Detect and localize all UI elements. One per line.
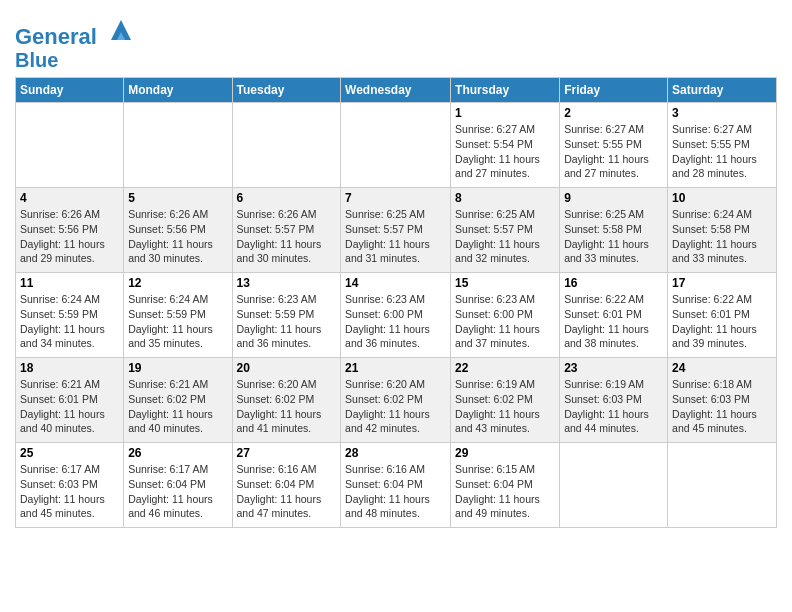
day-cell: 15Sunrise: 6:23 AM Sunset: 6:00 PM Dayli… — [451, 273, 560, 358]
day-info: Sunrise: 6:25 AM Sunset: 5:58 PM Dayligh… — [564, 207, 663, 266]
header-cell-thursday: Thursday — [451, 78, 560, 103]
day-number: 14 — [345, 276, 446, 290]
day-info: Sunrise: 6:20 AM Sunset: 6:02 PM Dayligh… — [237, 377, 337, 436]
day-info: Sunrise: 6:26 AM Sunset: 5:56 PM Dayligh… — [20, 207, 119, 266]
logo-icon — [107, 16, 135, 44]
day-number: 23 — [564, 361, 663, 375]
day-number: 21 — [345, 361, 446, 375]
day-number: 20 — [237, 361, 337, 375]
day-cell: 16Sunrise: 6:22 AM Sunset: 6:01 PM Dayli… — [560, 273, 668, 358]
day-number: 2 — [564, 106, 663, 120]
day-cell: 20Sunrise: 6:20 AM Sunset: 6:02 PM Dayli… — [232, 358, 341, 443]
day-cell: 7Sunrise: 6:25 AM Sunset: 5:57 PM Daylig… — [341, 188, 451, 273]
day-number: 16 — [564, 276, 663, 290]
header-cell-monday: Monday — [124, 78, 232, 103]
day-number: 19 — [128, 361, 227, 375]
day-info: Sunrise: 6:23 AM Sunset: 5:59 PM Dayligh… — [237, 292, 337, 351]
header-row: SundayMondayTuesdayWednesdayThursdayFrid… — [16, 78, 777, 103]
day-cell: 19Sunrise: 6:21 AM Sunset: 6:02 PM Dayli… — [124, 358, 232, 443]
day-cell: 11Sunrise: 6:24 AM Sunset: 5:59 PM Dayli… — [16, 273, 124, 358]
day-number: 15 — [455, 276, 555, 290]
day-number: 12 — [128, 276, 227, 290]
day-cell: 24Sunrise: 6:18 AM Sunset: 6:03 PM Dayli… — [668, 358, 777, 443]
day-info: Sunrise: 6:24 AM Sunset: 5:59 PM Dayligh… — [20, 292, 119, 351]
day-info: Sunrise: 6:22 AM Sunset: 6:01 PM Dayligh… — [564, 292, 663, 351]
day-cell: 23Sunrise: 6:19 AM Sunset: 6:03 PM Dayli… — [560, 358, 668, 443]
day-cell — [16, 103, 124, 188]
header-cell-friday: Friday — [560, 78, 668, 103]
day-cell: 25Sunrise: 6:17 AM Sunset: 6:03 PM Dayli… — [16, 443, 124, 528]
day-info: Sunrise: 6:27 AM Sunset: 5:54 PM Dayligh… — [455, 122, 555, 181]
week-row-1: 1Sunrise: 6:27 AM Sunset: 5:54 PM Daylig… — [16, 103, 777, 188]
day-info: Sunrise: 6:26 AM Sunset: 5:57 PM Dayligh… — [237, 207, 337, 266]
day-info: Sunrise: 6:22 AM Sunset: 6:01 PM Dayligh… — [672, 292, 772, 351]
day-number: 17 — [672, 276, 772, 290]
day-cell — [341, 103, 451, 188]
day-number: 22 — [455, 361, 555, 375]
week-row-2: 4Sunrise: 6:26 AM Sunset: 5:56 PM Daylig… — [16, 188, 777, 273]
day-number: 24 — [672, 361, 772, 375]
day-cell: 18Sunrise: 6:21 AM Sunset: 6:01 PM Dayli… — [16, 358, 124, 443]
day-info: Sunrise: 6:27 AM Sunset: 5:55 PM Dayligh… — [564, 122, 663, 181]
day-info: Sunrise: 6:16 AM Sunset: 6:04 PM Dayligh… — [345, 462, 446, 521]
day-cell — [560, 443, 668, 528]
day-info: Sunrise: 6:20 AM Sunset: 6:02 PM Dayligh… — [345, 377, 446, 436]
day-number: 9 — [564, 191, 663, 205]
logo-blue: Blue — [15, 49, 135, 71]
day-info: Sunrise: 6:24 AM Sunset: 5:59 PM Dayligh… — [128, 292, 227, 351]
header-cell-tuesday: Tuesday — [232, 78, 341, 103]
day-info: Sunrise: 6:16 AM Sunset: 6:04 PM Dayligh… — [237, 462, 337, 521]
week-row-4: 18Sunrise: 6:21 AM Sunset: 6:01 PM Dayli… — [16, 358, 777, 443]
day-cell: 26Sunrise: 6:17 AM Sunset: 6:04 PM Dayli… — [124, 443, 232, 528]
day-info: Sunrise: 6:25 AM Sunset: 5:57 PM Dayligh… — [345, 207, 446, 266]
day-info: Sunrise: 6:18 AM Sunset: 6:03 PM Dayligh… — [672, 377, 772, 436]
day-cell: 21Sunrise: 6:20 AM Sunset: 6:02 PM Dayli… — [341, 358, 451, 443]
day-number: 28 — [345, 446, 446, 460]
day-cell: 2Sunrise: 6:27 AM Sunset: 5:55 PM Daylig… — [560, 103, 668, 188]
day-cell: 3Sunrise: 6:27 AM Sunset: 5:55 PM Daylig… — [668, 103, 777, 188]
day-cell: 12Sunrise: 6:24 AM Sunset: 5:59 PM Dayli… — [124, 273, 232, 358]
day-number: 8 — [455, 191, 555, 205]
header: General Blue — [15, 10, 777, 71]
day-number: 5 — [128, 191, 227, 205]
day-number: 1 — [455, 106, 555, 120]
header-cell-wednesday: Wednesday — [341, 78, 451, 103]
day-cell: 29Sunrise: 6:15 AM Sunset: 6:04 PM Dayli… — [451, 443, 560, 528]
day-cell: 8Sunrise: 6:25 AM Sunset: 5:57 PM Daylig… — [451, 188, 560, 273]
day-number: 25 — [20, 446, 119, 460]
day-number: 26 — [128, 446, 227, 460]
day-number: 29 — [455, 446, 555, 460]
day-cell: 14Sunrise: 6:23 AM Sunset: 6:00 PM Dayli… — [341, 273, 451, 358]
week-row-5: 25Sunrise: 6:17 AM Sunset: 6:03 PM Dayli… — [16, 443, 777, 528]
day-number: 3 — [672, 106, 772, 120]
day-info: Sunrise: 6:27 AM Sunset: 5:55 PM Dayligh… — [672, 122, 772, 181]
day-cell: 28Sunrise: 6:16 AM Sunset: 6:04 PM Dayli… — [341, 443, 451, 528]
day-number: 27 — [237, 446, 337, 460]
day-cell — [124, 103, 232, 188]
day-info: Sunrise: 6:23 AM Sunset: 6:00 PM Dayligh… — [345, 292, 446, 351]
day-cell: 9Sunrise: 6:25 AM Sunset: 5:58 PM Daylig… — [560, 188, 668, 273]
day-number: 6 — [237, 191, 337, 205]
day-info: Sunrise: 6:15 AM Sunset: 6:04 PM Dayligh… — [455, 462, 555, 521]
logo-text: General — [15, 16, 135, 49]
calendar-table: SundayMondayTuesdayWednesdayThursdayFrid… — [15, 77, 777, 528]
day-cell: 1Sunrise: 6:27 AM Sunset: 5:54 PM Daylig… — [451, 103, 560, 188]
day-cell — [232, 103, 341, 188]
day-info: Sunrise: 6:23 AM Sunset: 6:00 PM Dayligh… — [455, 292, 555, 351]
day-cell: 6Sunrise: 6:26 AM Sunset: 5:57 PM Daylig… — [232, 188, 341, 273]
day-number: 4 — [20, 191, 119, 205]
day-cell: 17Sunrise: 6:22 AM Sunset: 6:01 PM Dayli… — [668, 273, 777, 358]
day-info: Sunrise: 6:25 AM Sunset: 5:57 PM Dayligh… — [455, 207, 555, 266]
day-info: Sunrise: 6:21 AM Sunset: 6:02 PM Dayligh… — [128, 377, 227, 436]
day-info: Sunrise: 6:19 AM Sunset: 6:02 PM Dayligh… — [455, 377, 555, 436]
day-cell — [668, 443, 777, 528]
day-info: Sunrise: 6:21 AM Sunset: 6:01 PM Dayligh… — [20, 377, 119, 436]
day-number: 7 — [345, 191, 446, 205]
day-number: 13 — [237, 276, 337, 290]
day-cell: 27Sunrise: 6:16 AM Sunset: 6:04 PM Dayli… — [232, 443, 341, 528]
day-number: 11 — [20, 276, 119, 290]
day-info: Sunrise: 6:19 AM Sunset: 6:03 PM Dayligh… — [564, 377, 663, 436]
logo: General Blue — [15, 16, 135, 71]
day-info: Sunrise: 6:17 AM Sunset: 6:04 PM Dayligh… — [128, 462, 227, 521]
header-cell-sunday: Sunday — [16, 78, 124, 103]
